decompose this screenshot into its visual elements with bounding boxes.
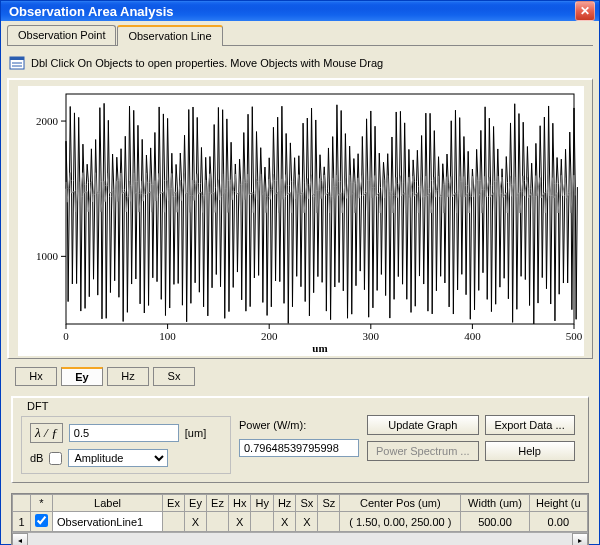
col-hz[interactable]: Hz: [273, 495, 295, 512]
db-label: dB: [30, 452, 43, 464]
content-area: Observation Point Observation Line Dbl C…: [1, 21, 599, 545]
scroll-left-button[interactable]: ◂: [12, 533, 28, 545]
action-buttons: Update Graph Export Data ... Power Spect…: [367, 415, 575, 461]
tab-observation-point[interactable]: Observation Point: [7, 25, 116, 45]
title-bar: Observation Area Analysis ✕: [1, 1, 599, 21]
power-block: Power (W/m):: [239, 419, 359, 457]
dft-unit-label: [um]: [185, 427, 206, 439]
col-width[interactable]: Width (um): [461, 495, 529, 512]
dft-power-panel: DFT λ / ƒ [um] dB Amplitude: [11, 396, 589, 483]
cell-height[interactable]: 0.00: [529, 512, 587, 532]
lambda-freq-toggle-button[interactable]: λ / ƒ: [30, 423, 63, 443]
col-ey[interactable]: Ey: [185, 495, 207, 512]
tab-observation-line[interactable]: Observation Line: [117, 25, 222, 46]
col-ez[interactable]: Ez: [207, 495, 229, 512]
field-tab-hz[interactable]: Hz: [107, 367, 149, 386]
properties-icon: [9, 56, 25, 70]
power-spectrum-button[interactable]: Power Spectrum ...: [367, 441, 479, 461]
cell-hy[interactable]: [251, 512, 273, 532]
main-tabs: Observation Point Observation Line: [7, 25, 593, 46]
field-tab-sx[interactable]: Sx: [153, 367, 195, 386]
observation-area-window: Observation Area Analysis ✕ Observation …: [0, 0, 600, 545]
help-button[interactable]: Help: [485, 441, 575, 461]
update-graph-button[interactable]: Update Graph: [367, 415, 479, 435]
col-hx[interactable]: Hx: [229, 495, 251, 512]
close-button[interactable]: ✕: [575, 1, 595, 21]
cell-enable[interactable]: [31, 512, 53, 532]
cell-hz[interactable]: X: [273, 512, 295, 532]
export-data-button[interactable]: Export Data ...: [485, 415, 575, 435]
svg-rect-1: [10, 57, 24, 60]
col-sx[interactable]: Sx: [296, 495, 318, 512]
cell-sx[interactable]: X: [296, 512, 318, 532]
col-center[interactable]: Center Pos (um): [340, 495, 461, 512]
cell-label[interactable]: ObservationLine1: [53, 512, 163, 532]
hint-row: Dbl Click On Objects to open properties.…: [7, 52, 593, 74]
db-checkbox[interactable]: [49, 452, 62, 465]
tab-label: Observation Line: [128, 30, 211, 42]
cell-ez[interactable]: [207, 512, 229, 532]
col-ex[interactable]: Ex: [163, 495, 185, 512]
mode-select[interactable]: Amplitude: [68, 449, 168, 467]
scroll-right-button[interactable]: ▸: [572, 533, 588, 545]
plot-panel: [7, 78, 593, 359]
col-height[interactable]: Height (u: [529, 495, 587, 512]
field-tab-ey[interactable]: Ey: [61, 367, 103, 386]
dft-group-label: DFT: [27, 400, 231, 412]
field-tab-hx[interactable]: Hx: [15, 367, 57, 386]
hint-text: Dbl Click On Objects to open properties.…: [31, 57, 383, 69]
col-enable[interactable]: *: [31, 495, 53, 512]
window-title: Observation Area Analysis: [9, 4, 575, 19]
table-h-scrollbar[interactable]: ◂ ▸: [12, 532, 588, 545]
observation-table: * Label Ex Ey Ez Hx Hy Hz Sx Sz Center P…: [11, 493, 589, 545]
close-icon: ✕: [580, 4, 590, 18]
cell-ex[interactable]: [163, 512, 185, 532]
row-enable-checkbox[interactable]: [35, 514, 48, 527]
dft-value-input[interactable]: [69, 424, 179, 442]
field-component-tabs: Hx Ey Hz Sx: [15, 367, 585, 386]
col-idx[interactable]: [13, 495, 31, 512]
dft-controls: λ / ƒ [um] dB Amplitude: [21, 416, 231, 474]
power-label: Power (W/m):: [239, 419, 359, 431]
cell-idx: 1: [13, 512, 31, 532]
table-header-row: * Label Ex Ey Ez Hx Hy Hz Sx Sz Center P…: [13, 495, 588, 512]
cell-hx[interactable]: X: [229, 512, 251, 532]
tab-label: Observation Point: [18, 29, 105, 41]
table-row[interactable]: 1 ObservationLine1 X X X X ( 1.50, 0.00,…: [13, 512, 588, 532]
col-sz[interactable]: Sz: [318, 495, 340, 512]
col-label[interactable]: Label: [53, 495, 163, 512]
plot-canvas[interactable]: [18, 86, 584, 356]
power-value: [239, 439, 359, 457]
cell-sz[interactable]: [318, 512, 340, 532]
cell-width[interactable]: 500.00: [461, 512, 529, 532]
cell-ey[interactable]: X: [185, 512, 207, 532]
col-hy[interactable]: Hy: [251, 495, 273, 512]
cell-center[interactable]: ( 1.50, 0.00, 250.00 ): [340, 512, 461, 532]
